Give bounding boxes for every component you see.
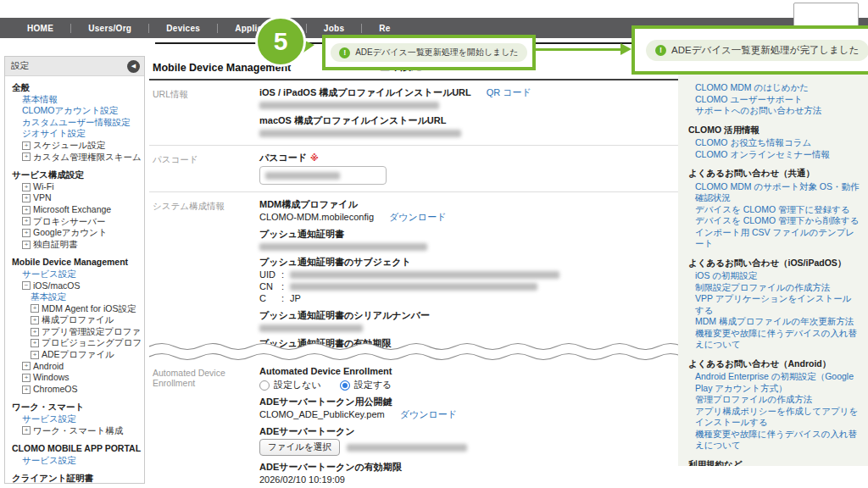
sidebar-item-custom-user-info[interactable]: カスタムユーザー情報設定 bbox=[12, 117, 141, 129]
expand-icon: + bbox=[22, 374, 31, 382]
redacted-url-value bbox=[259, 130, 461, 137]
field-push-cert-serial: プッシュ通知証明書のシリアルナンバー bbox=[259, 310, 682, 321]
sidebar-item-config-profile[interactable]: +構成プロファイル bbox=[12, 314, 141, 326]
required-mark: ※ bbox=[310, 153, 319, 163]
field-mdm-profile: MDM構成プロファイル bbox=[259, 199, 682, 210]
sidebar-item-clomo-account[interactable]: CLOMOアカウント設定 bbox=[12, 105, 141, 117]
nav-home[interactable]: HOME bbox=[10, 24, 70, 33]
expand-icon: + bbox=[22, 194, 31, 202]
choose-file-button[interactable]: ファイルを選択 bbox=[259, 439, 340, 456]
redacted-token-filename bbox=[347, 444, 467, 452]
nav-reports-truncated[interactable]: Re bbox=[362, 24, 407, 33]
expand-icon: + bbox=[22, 385, 31, 394]
sidebar-item-ms-exchange[interactable]: +Microsoft Exchange bbox=[12, 204, 141, 216]
tree-item-label: 独自証明書 bbox=[33, 239, 78, 251]
help-link[interactable]: CLOMO MDM のサポート対象 OS・動作確認状況 bbox=[688, 181, 860, 204]
help-link[interactable]: CLOMO ユーザーサポート bbox=[688, 94, 860, 106]
help-link[interactable]: サポートへのお問い合わせ方法 bbox=[688, 105, 860, 117]
help-link[interactable]: デバイスを CLOMO 管理下に登録する bbox=[688, 204, 860, 216]
field-ade: Automated Device Enrollment bbox=[259, 366, 682, 377]
tree-item-label: ワーク・スマート構成 bbox=[33, 425, 123, 437]
sidebar-item-provisioning-profile[interactable]: +プロビジョニングプロファイル bbox=[12, 337, 141, 349]
sidebar-item-own-certificate[interactable]: +独自証明書 bbox=[12, 239, 141, 251]
redacted-push-cert-value bbox=[259, 243, 427, 251]
radio-ade-enable[interactable]: 設定する bbox=[340, 380, 392, 391]
expand-icon: + bbox=[22, 141, 31, 150]
radio-on-icon[interactable] bbox=[340, 380, 350, 391]
sidebar-item-geosite[interactable]: ジオサイト設定 bbox=[12, 128, 141, 140]
field-ade-token-expiry: ADEサーバートークンの有効期限 bbox=[259, 462, 682, 473]
download-mdm-profile-link[interactable]: ダウンロード bbox=[389, 212, 446, 222]
tree-section-service-config: サービス構成設定 bbox=[12, 169, 141, 181]
help-link[interactable]: CLOMO お役立ち情報コラム bbox=[688, 137, 860, 149]
torn-edge bbox=[149, 339, 682, 363]
redacted-url-value bbox=[259, 102, 439, 109]
radio-ade-disable[interactable]: 設定しない bbox=[259, 380, 321, 391]
sidebar-title: 設定 bbox=[11, 60, 29, 72]
help-link[interactable]: Android Enterprise の初期設定（Google Play アカウ… bbox=[688, 371, 860, 394]
download-pubkey-link[interactable]: ダウンロード bbox=[400, 409, 457, 419]
nav-jobs[interactable]: Jobs bbox=[307, 24, 362, 33]
sidebar-item-ios-macos[interactable]: −iOS/macOS bbox=[12, 280, 141, 292]
sidebar-item-chromeos[interactable]: +ChromeOS bbox=[12, 384, 141, 396]
tree-section-general: 全般 bbox=[12, 82, 141, 94]
expand-icon: + bbox=[22, 229, 31, 237]
nav-devices[interactable]: Devices bbox=[149, 24, 217, 33]
sidebar-item-wifi[interactable]: +Wi-Fi bbox=[12, 181, 141, 193]
help-link[interactable]: VPP アプリケーションをインストールする bbox=[688, 293, 860, 316]
sidebar-item-worksmart-service[interactable]: サービス設定 bbox=[12, 413, 141, 425]
sidebar-item-vpn[interactable]: +VPN bbox=[12, 192, 141, 204]
help-group-header: CLOMO 活用情報 bbox=[688, 125, 860, 136]
info-icon: ! bbox=[655, 45, 666, 56]
sidebar-item-android[interactable]: +Android bbox=[12, 361, 141, 373]
passcode-input[interactable] bbox=[259, 166, 387, 185]
help-link[interactable]: CLOMO MDM のはじめかた bbox=[688, 82, 860, 94]
help-group-header: よくあるお問い合わせ（iOS/iPadOS） bbox=[688, 258, 860, 269]
help-link[interactable]: インポート用 CSV ファイルのテンプレート bbox=[688, 227, 860, 250]
help-link[interactable]: 管理プロファイルの作成方法 bbox=[688, 394, 860, 406]
expand-icon: + bbox=[31, 304, 39, 313]
tree-item-label: アプリ管理設定プロファイル bbox=[42, 326, 141, 338]
sidebar-item-app-mgmt-profile[interactable]: +アプリ管理設定プロファイル bbox=[12, 326, 141, 338]
tree-item-label: Windows bbox=[33, 372, 70, 384]
tree-item-label: ADEプロファイル bbox=[42, 349, 114, 361]
collapse-sidebar-button[interactable]: ◀ bbox=[127, 60, 140, 73]
field-passcode: パスコード bbox=[259, 152, 307, 163]
qr-code-link[interactable]: QR コード bbox=[487, 87, 531, 97]
expand-icon: + bbox=[22, 241, 31, 249]
sidebar-item-mdm-service-settings[interactable]: サービス設定 bbox=[12, 269, 141, 280]
sidebar-item-basic-info[interactable]: 基本情報 bbox=[12, 94, 141, 106]
help-link[interactable]: 機種変更や故障に伴うデバイスの入れ替えについて bbox=[688, 429, 860, 452]
sidebar-item-app-portal-service[interactable]: サービス設定 bbox=[12, 455, 141, 467]
sidebar-item-windows[interactable]: +Windows bbox=[12, 372, 141, 384]
tree-item-label: iOS/macOS bbox=[33, 280, 80, 292]
help-link[interactable]: iOS の初期設定 bbox=[688, 270, 860, 282]
sidebar-item-mdm-agent-ios[interactable]: +MDM Agent for iOS設定 bbox=[12, 303, 141, 315]
search-input[interactable] bbox=[793, 3, 859, 27]
help-link[interactable]: アプリ構成ポリシーを作成してアプリをインストールする bbox=[688, 406, 860, 429]
sidebar-item-basic-settings[interactable]: 基本設定 bbox=[12, 291, 141, 303]
sidebar-item-google-account[interactable]: +Googleアカウント bbox=[12, 227, 141, 239]
nav-users-org[interactable]: Users/Org bbox=[71, 24, 148, 33]
tree-item-label: MDM Agent for iOS設定 bbox=[42, 303, 136, 315]
field-push-cert-subject: プッシュ通知証明書のサブジェクト bbox=[259, 257, 682, 268]
sidebar-item-custom-admin-scheme[interactable]: +カスタム管理権限スキーム設定 bbox=[12, 152, 141, 164]
help-link[interactable]: 制限設定プロファイルの作成方法 bbox=[688, 282, 860, 294]
expand-icon: + bbox=[22, 152, 31, 161]
tree-item-label: Microsoft Exchange bbox=[33, 204, 111, 216]
field-push-cert: プッシュ通知証明書 bbox=[259, 229, 682, 240]
sidebar-item-proxy-server[interactable]: +プロキシサーバー bbox=[12, 216, 141, 228]
help-link[interactable]: デバイスを CLOMO 管理下から削除する bbox=[688, 215, 860, 227]
tree-section-mdm: Mobile Device Management bbox=[12, 257, 141, 269]
tree-section-app-portal: CLOMO MOBILE APP PORTAL bbox=[12, 443, 141, 455]
sidebar-item-worksmart-config[interactable]: +ワーク・スマート構成 bbox=[12, 425, 141, 437]
subject-cn-key: CN bbox=[259, 281, 281, 292]
help-link[interactable]: MDM 構成プロファイルの年次更新方法 bbox=[688, 316, 860, 328]
help-link[interactable]: CLOMO オンラインセミナー情報 bbox=[688, 149, 860, 161]
settings-sidebar: 設定 ◀ 全般 基本情報 CLOMOアカウント設定 カスタムユーザー情報設定 ジ… bbox=[4, 56, 145, 484]
sidebar-item-ade-profile[interactable]: +ADEプロファイル bbox=[12, 349, 141, 361]
radio-off-icon[interactable] bbox=[259, 380, 270, 391]
help-link[interactable]: 機種変更や故障に伴うデバイスの入れ替えについて bbox=[688, 328, 860, 351]
separator: : bbox=[281, 269, 290, 280]
sidebar-item-schedule[interactable]: +スケジュール設定 bbox=[12, 140, 141, 152]
